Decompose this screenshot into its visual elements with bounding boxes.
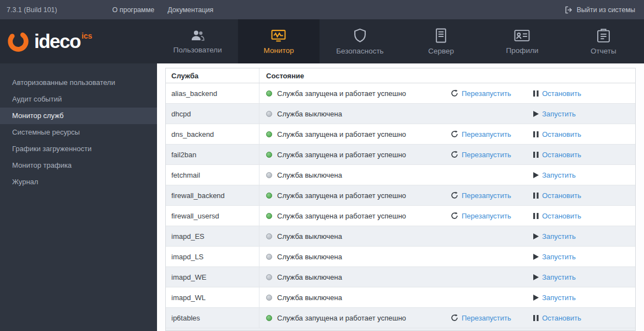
play-icon [533, 233, 539, 239]
table-row: ip6tablesСлужба запущена и работает успе… [166, 308, 635, 328]
logout-label: Выйти из системы [577, 6, 635, 14]
pause-icon [533, 315, 539, 321]
services-table: Служба Состояние alias_backendСлужба зап… [165, 68, 636, 331]
tab-label: Пользователи [174, 46, 222, 54]
stop-link[interactable]: Остановить [533, 89, 581, 98]
sidebar-item-authorized-users[interactable]: Авторизованные пользователи [0, 74, 157, 91]
status-stopped-icon [266, 172, 272, 178]
stop-link-label: Остановить [542, 314, 581, 322]
stop-link[interactable]: Остановить [533, 151, 581, 159]
sidebar-item-event-audit[interactable]: Аудит событий [0, 91, 157, 108]
tab-monitor[interactable]: Монитор [238, 19, 319, 63]
service-name: firewall_usersd [166, 206, 259, 226]
action-cell: Остановить [533, 314, 605, 322]
stop-link[interactable]: Остановить [533, 314, 581, 322]
status-running-icon [266, 131, 272, 137]
tab-users[interactable]: Пользователи [157, 19, 238, 63]
start-link[interactable]: Запустить [533, 232, 576, 241]
header: ideco ics ПользователиМониторБезопасност… [0, 19, 644, 63]
logout-button[interactable]: Выйти из системы [564, 6, 635, 14]
profiles-icon [514, 29, 530, 42]
service-status: Служба выключена [277, 232, 451, 241]
start-link[interactable]: Запустить [533, 253, 576, 261]
table-row: dns_backendСлужба запущена и работает ус… [166, 124, 635, 145]
play-icon [533, 111, 539, 117]
action-cell: Запустить [533, 171, 605, 179]
tab-profiles[interactable]: Профили [481, 19, 562, 63]
restart-link[interactable]: Перезапустить [451, 191, 511, 200]
sidebar-item-traffic-monitor[interactable]: Монитор трафика [0, 157, 157, 174]
service-name: fail2ban [166, 145, 259, 164]
stop-link-label: Остановить [542, 89, 581, 98]
tab-security[interactable]: Безопасность [320, 19, 401, 63]
service-status: Служба выключена [277, 293, 451, 302]
stop-link-label: Остановить [542, 191, 581, 200]
service-state-cell: Служба запущена и работает успешноПереза… [259, 185, 635, 205]
service-status: Служба выключена [277, 253, 451, 261]
start-link[interactable]: Запустить [533, 293, 576, 302]
version-label: 7.3.1 (Build 101) [7, 6, 57, 14]
restart-cell: Перезапустить [451, 89, 533, 98]
tab-server[interactable]: Сервер [401, 19, 481, 63]
tab-reports[interactable]: Отчеты [563, 19, 644, 63]
service-name: imapd_WE [166, 267, 259, 287]
start-link[interactable]: Запустить [533, 110, 576, 118]
menu-docs[interactable]: Документация [167, 6, 213, 14]
menu-about[interactable]: О программе [112, 6, 154, 14]
restart-link-label: Перезапустить [462, 130, 511, 138]
stop-link-label: Остановить [542, 212, 581, 220]
action-cell: Запустить [533, 273, 605, 281]
restart-link[interactable]: Перезапустить [451, 89, 511, 98]
status-running-icon [266, 90, 272, 97]
sidebar-item-load-graphs[interactable]: Графики загруженности [0, 141, 157, 157]
sidebar-item-system-resources[interactable]: Системные ресурсы [0, 124, 157, 141]
restart-link[interactable]: Перезапустить [451, 151, 511, 159]
tab-label: Отчеты [591, 47, 616, 55]
service-name: alias_backend [166, 83, 259, 103]
ideco-logo-icon [6, 29, 31, 54]
restart-link[interactable]: Перезапустить [451, 130, 511, 138]
sidebar-item-service-monitor[interactable]: Монитор служб [0, 108, 157, 124]
restart-icon [451, 314, 458, 322]
status-running-icon [266, 213, 272, 219]
brand-logo[interactable]: ideco ics [0, 19, 157, 63]
stop-link[interactable]: Остановить [533, 191, 581, 200]
status-stopped-icon [266, 295, 272, 301]
start-link-label: Запустить [542, 293, 576, 302]
brand-suffix: ics [82, 31, 92, 40]
restart-icon [451, 212, 458, 220]
service-state-cell: Служба запущена и работает успешноПереза… [259, 83, 635, 103]
status-running-icon [266, 193, 272, 199]
topbar: 7.3.1 (Build 101) О программе Документац… [0, 0, 644, 19]
table-row: alias_backendСлужба запущена и работает … [166, 83, 635, 104]
play-icon [533, 172, 539, 178]
start-link-label: Запустить [542, 171, 576, 179]
service-status: Служба запущена и работает успешно [277, 212, 451, 220]
action-cell: Запустить [533, 253, 605, 261]
main-nav: ПользователиМониторБезопасностьСерверПро… [157, 19, 644, 63]
content: Служба Состояние alias_backendСлужба зап… [157, 63, 644, 331]
action-cell: Запустить [533, 232, 605, 241]
restart-cell: Перезапустить [451, 130, 533, 138]
start-link[interactable]: Запустить [533, 171, 576, 179]
users-icon [190, 29, 205, 42]
status-stopped-icon [266, 254, 272, 260]
service-name: firewall_backend [166, 185, 259, 205]
brand-name: ideco [34, 30, 80, 52]
stop-link[interactable]: Остановить [533, 130, 581, 138]
col-header-service: Служба [166, 68, 259, 83]
action-cell: Остановить [533, 191, 605, 200]
sidebar-item-journal[interactable]: Журнал [0, 174, 157, 190]
service-state-cell: Служба запущена и работает успешноПереза… [259, 206, 635, 226]
restart-link[interactable]: Перезапустить [451, 314, 511, 322]
reports-icon [597, 28, 610, 43]
service-name: fetchmail [166, 165, 259, 185]
shield-icon [353, 28, 367, 43]
stop-link[interactable]: Остановить [533, 212, 581, 220]
restart-cell: Перезапустить [451, 151, 533, 159]
service-name: imapd_LS [166, 247, 259, 266]
start-link[interactable]: Запустить [533, 273, 576, 281]
restart-link[interactable]: Перезапустить [451, 212, 511, 220]
start-link-label: Запустить [542, 253, 576, 261]
stop-link-label: Остановить [542, 151, 581, 159]
